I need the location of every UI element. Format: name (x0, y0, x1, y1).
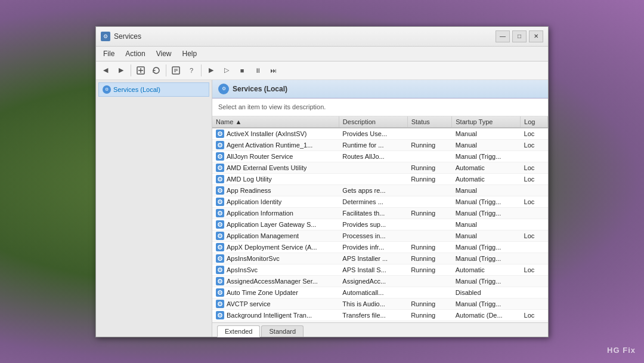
service-desc: Provides Use... (339, 128, 407, 140)
tb-properties[interactable] (169, 63, 183, 78)
service-status: Running (407, 253, 452, 264)
table-row[interactable]: Background Tasks Infrastruct...Windows i… (212, 321, 548, 322)
col-name[interactable]: Name ▲ (212, 116, 339, 128)
service-log: Loc (521, 321, 548, 322)
watermark: HG Fix (607, 346, 636, 355)
table-header-row: Name ▲ Description Status Startup Type L… (212, 116, 548, 128)
services-header-title: Services (Local) (233, 85, 287, 93)
service-startup: Automatic (452, 321, 521, 322)
tb-sep-1 (131, 64, 131, 76)
service-icon (216, 243, 224, 251)
title-bar: ⚙ Services — □ ✕ (96, 27, 548, 47)
table-row[interactable]: ActiveX Installer (AxInstSV)Provides Use… (212, 128, 548, 140)
service-name: AMD External Events Utility (212, 162, 332, 173)
svg-point-18 (219, 190, 221, 191)
col-status[interactable]: Status (407, 116, 452, 128)
service-desc (339, 173, 407, 184)
tab-extended[interactable]: Extended (217, 325, 260, 337)
svg-point-12 (219, 156, 221, 157)
table-row[interactable]: Application InformationFacilitates th...… (212, 207, 548, 219)
service-desc: Provides infr... (339, 241, 407, 253)
service-icon (216, 198, 224, 206)
service-icon (216, 254, 224, 263)
service-log: Loc (521, 128, 548, 140)
service-startup: Manual (Trigg... (452, 241, 521, 253)
tb-sep-3 (201, 64, 202, 76)
right-panel: ⚙ Services (Local) Select an item to vie… (212, 80, 548, 337)
service-name: App Readiness (212, 185, 332, 196)
col-startup[interactable]: Startup Type (452, 116, 521, 128)
menu-bar: File Action View Help (96, 47, 548, 61)
svg-point-16 (219, 179, 221, 180)
left-panel-services-local[interactable]: ⚙ Services (Local) (98, 82, 209, 97)
menu-file[interactable]: File (98, 48, 119, 60)
tb-pause[interactable]: ⏸ (250, 63, 265, 78)
tb-stop[interactable]: ■ (235, 63, 249, 78)
table-row[interactable]: Application IdentityDetermines ...Manual… (212, 196, 548, 207)
service-log: Loc (521, 173, 548, 184)
service-desc: Automaticall... (339, 287, 407, 298)
tab-standard[interactable]: Standard (261, 325, 304, 337)
col-log[interactable]: Log (521, 116, 548, 128)
table-row[interactable]: Auto Time Zone UpdaterAutomaticall...Dis… (212, 287, 548, 298)
svg-point-24 (219, 224, 221, 225)
tb-start2[interactable]: ▷ (219, 63, 234, 78)
table-row[interactable]: ApsInsSvcAPS Install S...RunningAutomati… (212, 264, 548, 275)
tb-forward[interactable]: ▶ (114, 63, 128, 78)
menu-view[interactable]: View (151, 48, 177, 60)
service-name: Application Management (212, 230, 332, 241)
table-wrapper[interactable]: Name ▲ Description Status Startup Type L… (212, 116, 548, 322)
table-row[interactable]: AppX Deployment Service (A...Provides in… (212, 241, 548, 253)
table-row[interactable]: Agent Activation Runtime_1...Runtime for… (212, 139, 548, 150)
service-desc: Routes AllJo... (339, 150, 407, 162)
service-status: Running (407, 309, 452, 321)
service-desc: Facilitates th... (339, 207, 407, 219)
menu-help[interactable]: Help (178, 48, 202, 60)
table-row[interactable]: Application ManagementProcesses in...Man… (212, 230, 548, 241)
maximize-button[interactable]: □ (512, 30, 527, 42)
tb-back[interactable]: ◀ (98, 63, 113, 78)
svg-point-22 (219, 213, 221, 214)
close-button[interactable]: ✕ (529, 30, 543, 42)
svg-point-20 (219, 201, 221, 202)
table-row[interactable]: Background Intelligent Tran...Transfers … (212, 309, 548, 321)
service-status: Running (407, 173, 452, 184)
table-row[interactable]: AssignedAccessManager Ser...AssignedAcc.… (212, 275, 548, 287)
table-row[interactable]: AMD Log UtilityRunningAutomaticLoc (212, 173, 548, 184)
table-row[interactable]: AMD External Events UtilityRunningAutoma… (212, 162, 548, 173)
service-name: ApsInsSvc (212, 264, 332, 275)
table-row[interactable]: Application Layer Gateway S...Provides s… (212, 219, 548, 230)
table-row[interactable]: AllJoyn Router ServiceRoutes AllJo...Man… (212, 150, 548, 162)
service-startup: Automatic (De... (452, 309, 521, 321)
tb-restart[interactable]: ⏭ (266, 63, 280, 78)
tb-new[interactable] (134, 63, 148, 78)
service-status (407, 128, 452, 140)
service-log (521, 275, 548, 287)
tb-refresh[interactable] (149, 63, 163, 78)
svg-point-28 (219, 247, 221, 248)
menu-action[interactable]: Action (120, 48, 150, 60)
minimize-button[interactable]: — (496, 30, 510, 42)
table-row[interactable]: AVCTP serviceThis is Audio...RunningManu… (212, 298, 548, 309)
service-status: Running (407, 139, 452, 150)
service-desc: This is Audio... (339, 298, 407, 309)
service-desc: Windows inf... (339, 321, 407, 322)
svg-point-14 (219, 167, 221, 168)
svg-point-40 (219, 315, 221, 316)
tb-help[interactable]: ? (184, 63, 199, 78)
svg-point-38 (219, 303, 221, 304)
service-log: Loc (521, 162, 548, 173)
service-startup: Manual (452, 219, 521, 230)
service-startup: Manual (Trigg... (452, 253, 521, 264)
service-desc: Runtime for ... (339, 139, 407, 150)
title-bar-left: ⚙ Services (101, 32, 141, 41)
service-icon (216, 300, 224, 308)
service-startup: Manual (452, 128, 521, 140)
service-log (521, 287, 548, 298)
col-description[interactable]: Description (339, 116, 407, 128)
service-name: Agent Activation Runtime_1... (212, 140, 332, 150)
table-row[interactable]: App ReadinessGets apps re...Manual (212, 184, 548, 196)
table-row[interactable]: ApsInsMonitorSvcAPS Installer ...Running… (212, 253, 548, 264)
tb-start[interactable]: ▶ (204, 63, 218, 78)
service-icon (216, 152, 224, 161)
